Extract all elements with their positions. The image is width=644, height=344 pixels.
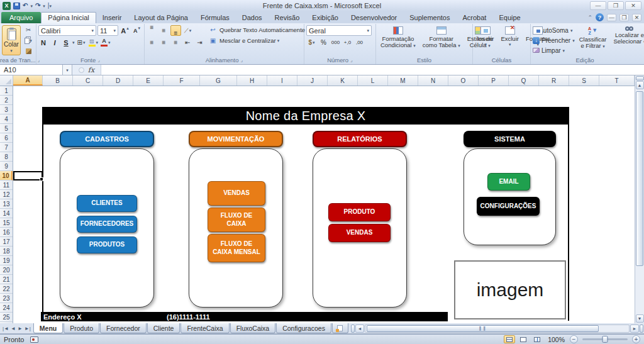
category-relatorios[interactable]: RELATÓRIOS [313,131,407,147]
ribbon-tab-exibicao[interactable]: Exibição [306,12,345,23]
row-header-10[interactable]: 10 [0,171,13,180]
align-center-button[interactable]: ≡ [158,37,169,48]
column-header-l[interactable]: L [358,75,388,86]
zoom-level[interactable]: 100% [548,336,565,343]
help-icon[interactable]: ? [596,13,604,21]
row-header-13[interactable]: 13 [0,199,13,209]
save-icon[interactable] [13,3,20,9]
row-header-15[interactable]: 15 [0,218,13,228]
produtos-button[interactable]: PRODUTOS [77,236,137,253]
category-movimentacao[interactable]: MOVIMENTAÇÃO [189,131,283,147]
workbook-close-button[interactable]: ✕ [632,14,641,21]
page-layout-view-button[interactable] [518,335,529,343]
font-family-select[interactable]: Calibri▾ [38,25,96,36]
align-bottom-button[interactable]: ≡ [170,25,181,36]
row-header-16[interactable]: 16 [0,228,13,237]
copy-button[interactable]: ▾ [23,36,34,45]
number-dialog-launcher-icon[interactable]: ⌟ [350,57,353,63]
previous-sheet-icon[interactable]: ◄ [10,326,16,331]
vertical-split-handle[interactable] [636,76,644,80]
wrap-text-button[interactable]: ↩ [208,25,218,35]
clear-button[interactable]: Limpar▾ [533,45,575,55]
vendas-button[interactable]: VENDAS [208,181,265,206]
vendas-relatorio-button[interactable]: VENDAS [328,224,391,242]
row-header-23[interactable]: 23 [0,294,13,303]
sheet-tab-menu[interactable]: Menu [33,323,63,333]
column-header-k[interactable]: K [328,75,358,86]
number-format-select[interactable]: Geral▾ [306,25,372,36]
horizontal-scroll-track[interactable]: ❚❚ [365,325,630,333]
horizontal-split-handle[interactable] [640,325,643,333]
align-left-button[interactable]: ≡ [147,37,157,48]
align-right-button[interactable]: ≡ [170,37,181,48]
row-header-25[interactable]: 25 [0,313,13,322]
increase-decimal-button[interactable]: +,0 [342,37,353,48]
fluxo-de-caixa-button[interactable]: FLUXO DE CAIXA [208,208,265,232]
row-header-11[interactable]: 11 [0,180,13,190]
font-size-select[interactable]: 11▾ [97,25,118,36]
customize-qat-icon[interactable]: |▾ [48,3,52,9]
first-sheet-icon[interactable]: |◄ [2,326,9,331]
font-dialog-launcher-icon[interactable]: ⌟ [97,57,100,63]
row-header-4[interactable]: 4 [0,114,13,124]
ribbon-tab-inserir[interactable]: Inserir [96,12,128,23]
name-box[interactable]: A10 [0,65,63,75]
sheet-tab-cliente[interactable]: Cliente [147,323,180,333]
row-header-21[interactable]: 21 [0,275,13,284]
decrease-decimal-button[interactable]: ,00 [354,37,365,48]
scroll-up-icon[interactable]: ▲ [636,81,644,89]
underline-caret-icon[interactable]: ▾ [72,40,75,45]
workbook-restore-button[interactable]: ❐ [619,14,629,21]
delete-cells-button[interactable]: Excluir ▾ [498,25,521,48]
column-header-s[interactable]: S [569,75,599,86]
row-header-3[interactable]: 3 [0,105,13,114]
cut-button[interactable]: ✂ [23,25,34,35]
sheet-tab-configuracoes[interactable]: Configuracoes [276,323,331,333]
row-header-19[interactable]: 19 [0,256,13,265]
tab-split-handle[interactable] [351,325,355,333]
column-header-f[interactable]: F [164,75,200,86]
ribbon-tab-suplementos[interactable]: Suplementos [403,12,456,23]
column-header-a[interactable]: A [13,75,43,86]
zoom-slider-thumb[interactable] [602,336,608,343]
column-header-i[interactable]: I [267,75,297,86]
row-header-24[interactable]: 24 [0,303,13,313]
decrease-indent-button[interactable]: ⇤ [182,37,193,48]
column-header-h[interactable]: H [237,75,267,86]
clientes-button[interactable]: CLIENTES [77,195,137,212]
minimize-ribbon-icon[interactable]: ⌃ [587,14,592,21]
alignment-dialog-launcher-icon[interactable]: ⌟ [241,57,243,63]
ribbon-tab-dados[interactable]: Dados [236,12,269,23]
row-header-6[interactable]: 6 [0,133,13,143]
image-placeholder[interactable]: imagem [454,260,566,319]
formula-input[interactable] [101,65,644,75]
comma-style-button[interactable]: 000 [330,37,341,48]
accounting-format-button[interactable]: $▾ [306,37,317,48]
insert-worksheet-tab[interactable] [332,323,348,333]
row-header-18[interactable]: 18 [0,247,13,256]
merge-center-button[interactable]: ▣ [208,36,218,45]
sheet-tab-frentecaixa[interactable]: FrenteCaixa [180,323,229,333]
sheet-tab-fluxocaixa[interactable]: FluxoCaixa [230,323,276,333]
orientation-button[interactable]: ⟋▾ [182,25,193,36]
sheet-canvas[interactable]: Nome da Empresa X CADASTROS MOVIMENTAÇÃO… [13,86,635,323]
scroll-down-icon[interactable]: ▼ [636,314,644,323]
sheet-tab-produto[interactable]: Produto [64,323,99,333]
find-select-button[interactable]: Localizar e Selecionar ▾ [611,25,644,47]
ribbon-tab-revisao[interactable]: Revisão [269,12,306,23]
page-break-view-button[interactable] [531,335,543,343]
column-header-e[interactable]: E [133,75,164,86]
fill-color-button[interactable]: ▨▾ [88,37,99,48]
close-button[interactable]: ✕ [625,1,641,10]
redo-caret-icon[interactable]: ▾ [43,4,45,8]
zoom-out-button[interactable]: − [570,335,578,343]
undo-icon[interactable]: ↶ [23,3,28,9]
row-header-2[interactable]: 2 [0,96,13,105]
column-header-b[interactable]: B [43,75,73,86]
row-header-1[interactable]: 1 [0,86,13,96]
align-top-button[interactable]: ≡ [147,25,157,36]
column-header-c[interactable]: C [73,75,103,86]
row-header-14[interactable]: 14 [0,209,13,218]
row-header-8[interactable]: 8 [0,152,13,162]
last-sheet-icon[interactable]: ►| [24,326,31,331]
